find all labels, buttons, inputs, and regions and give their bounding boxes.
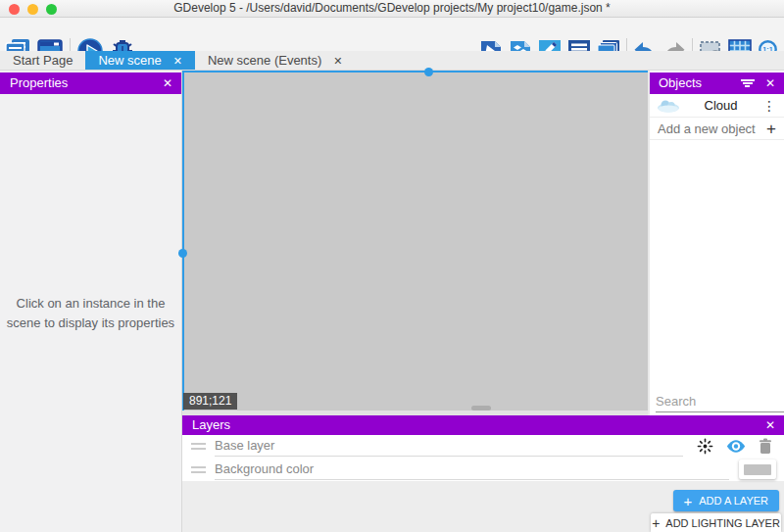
selection-left-edge	[182, 71, 184, 411]
drag-handle-icon[interactable]	[191, 466, 206, 473]
effects-icon[interactable]	[697, 438, 713, 455]
layers-footer: + ADD A LAYER	[182, 481, 784, 512]
close-icon[interactable]: ✕	[163, 73, 172, 94]
visibility-eye-icon[interactable]	[726, 439, 746, 454]
tab-close-icon[interactable]: ✕	[173, 51, 182, 71]
object-name: Cloud	[681, 98, 760, 113]
layers-panel-header: Layers ✕	[182, 415, 784, 435]
plus-icon: +	[684, 493, 693, 509]
tab-new-scene[interactable]: New scene ✕	[85, 51, 195, 70]
layers-panel: Layers ✕ Base layer	[182, 415, 784, 532]
tab-label: Start Page	[13, 51, 73, 71]
objects-search-row	[656, 390, 780, 413]
filter-icon[interactable]	[741, 79, 755, 88]
properties-empty-message: Click on an instance in the scene to dis…	[0, 294, 181, 333]
cursor-coordinates-badge: 891;121	[183, 393, 237, 410]
zoom-window-button[interactable]	[46, 4, 57, 15]
objects-panel: Objects ✕ Cloud ⋮ Add a new object +	[650, 71, 784, 415]
drag-handle-icon[interactable]	[191, 443, 206, 450]
add-object-label: Add a new object	[658, 121, 766, 136]
tab-label: New scene	[98, 51, 161, 71]
selection-handle-left[interactable]	[178, 249, 187, 258]
close-window-button[interactable]	[9, 4, 20, 15]
background-color-picker[interactable]	[739, 459, 776, 479]
selection-handle-top[interactable]	[424, 68, 433, 76]
color-swatch	[744, 464, 771, 475]
editor-tabbar: Start Page New scene ✕ New scene (Events…	[0, 51, 784, 71]
delete-trash-icon[interactable]	[759, 438, 772, 455]
main-toolbar: 1:1	[0, 18, 784, 51]
add-layer-button[interactable]: + ADD A LAYER	[673, 490, 779, 511]
add-lighting-layer-button[interactable]: + ADD LIGHTING LAYER	[651, 513, 781, 532]
object-row-cloud[interactable]: Cloud ⋮	[650, 94, 784, 118]
tab-close-icon[interactable]: ✕	[333, 51, 342, 71]
layer-row-base[interactable]: Base layer	[182, 435, 784, 458]
properties-panel: Properties ✕ Click on an instance in the…	[0, 71, 182, 532]
layer-row-actions	[683, 438, 776, 455]
tab-label: New scene (Events)	[208, 51, 321, 71]
object-menu-icon[interactable]: ⋮	[760, 98, 778, 114]
scene-canvas[interactable]: 891;121	[182, 71, 648, 411]
objects-panel-title: Objects	[659, 75, 702, 90]
properties-panel-header: Properties ✕	[0, 73, 181, 94]
cloud-object-thumbnail	[656, 98, 681, 113]
objects-search-input[interactable]	[656, 391, 784, 412]
close-icon[interactable]: ✕	[765, 73, 775, 94]
plus-icon: +	[766, 121, 776, 137]
tab-new-scene-events[interactable]: New scene (Events) ✕	[195, 51, 356, 70]
objects-panel-header: Objects ✕	[650, 73, 784, 94]
minimize-window-button[interactable]	[27, 4, 38, 15]
layers-panel-title: Layers	[192, 417, 230, 432]
plus-icon: +	[652, 515, 660, 531]
properties-panel-title: Properties	[10, 75, 68, 90]
add-layer-label: ADD A LAYER	[699, 495, 768, 507]
window-titlebar: GDevelop 5 - /Users/david/Documents/GDev…	[0, 0, 784, 18]
layer-name-field[interactable]: Background color	[215, 459, 729, 480]
add-lighting-layer-label: ADD LIGHTING LAYER	[665, 517, 780, 529]
layer-row-background-color[interactable]: Background color	[182, 458, 784, 481]
add-new-object-button[interactable]: Add a new object +	[650, 118, 784, 140]
layer-name-field[interactable]: Base layer	[215, 436, 683, 457]
close-icon[interactable]: ✕	[765, 415, 775, 435]
traffic-lights	[9, 4, 57, 15]
selection-top-edge	[182, 71, 648, 73]
tab-start-page[interactable]: Start Page	[0, 51, 85, 70]
window-title: GDevelop 5 - /Users/david/Documents/GDev…	[173, 1, 611, 15]
